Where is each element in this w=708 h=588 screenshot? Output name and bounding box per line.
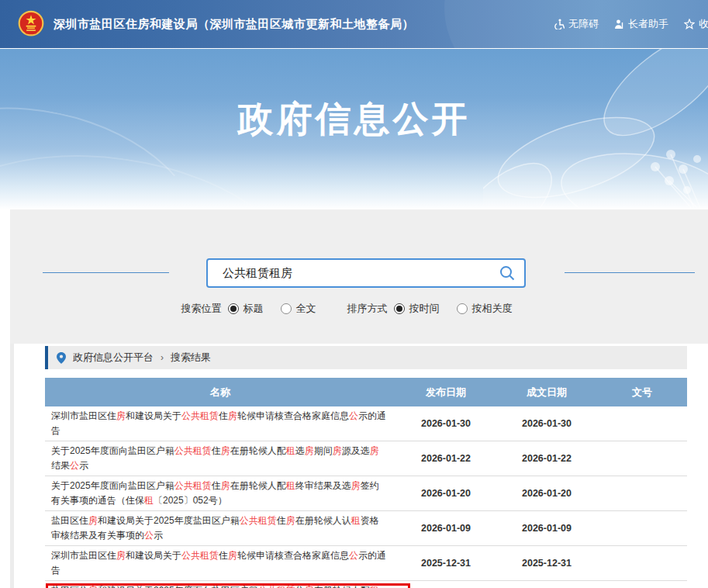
title-text: 关于2025年度面向盐田区户籍 <box>51 445 174 456</box>
keyword-highlight: 公 <box>349 410 358 421</box>
radio-unselected-icon[interactable] <box>457 303 468 314</box>
decorative-line-right <box>565 272 695 273</box>
title-text: 在册轮候人配 <box>314 585 370 588</box>
national-emblem-logo <box>17 10 45 38</box>
decorative-line-left <box>43 272 169 273</box>
page-edge-strip <box>10 344 14 588</box>
title-text: 住 <box>295 585 305 588</box>
title-text: 〔2025〕052号） <box>154 495 227 506</box>
search-box <box>206 258 526 288</box>
radio-option-label: 标题 <box>243 302 264 316</box>
top-link-label: 无障碍 <box>568 17 599 31</box>
table-row: 关于2025年度面向盐田区户籍公共租赁住房在册轮候人配租选房期间房源及选房结果公… <box>45 441 687 476</box>
result-title-link[interactable]: 盐田区住房和建设局关于2025年度面向盐田区户籍公共租赁住房在册轮候人配租的通告… <box>45 581 395 588</box>
written-date: 2026-01-09 <box>496 523 597 534</box>
title-text: 住 <box>277 515 286 526</box>
keyword-highlight: 公 <box>70 460 79 471</box>
title-text: 轮候申请核查合格家庭信息 <box>237 550 349 561</box>
result-title-link[interactable]: 关于2025年度面向盐田区户籍公共租赁住房在册轮候人配租终审结果及选房签约有关事… <box>45 476 395 510</box>
keyword-highlight: 公共租赁 <box>174 480 212 491</box>
publish-date: 2025-12-31 <box>395 558 496 569</box>
keyword-highlight: 租 <box>144 495 154 506</box>
filter-group-label: 排序方式 <box>347 302 388 316</box>
publish-date: 2026-01-30 <box>395 418 496 429</box>
keyword-highlight: 房 <box>228 550 237 561</box>
keyword-highlight: 房 <box>370 445 379 456</box>
table-header-row: 名称发布日期成文日期文号 <box>45 378 687 406</box>
top-link-收藏[interactable]: 收藏 <box>684 17 708 31</box>
page-title: 政府信息公开 <box>0 95 708 144</box>
breadcrumb: 政府信息公开平台 › 搜索结果 <box>45 346 687 369</box>
radio-option-label: 按时间 <box>409 302 440 316</box>
top-link-label: 长者助手 <box>628 17 668 31</box>
title-text: 住 <box>219 410 228 421</box>
radio-option-按时间[interactable]: 按时间 <box>394 302 440 316</box>
title-text: 盐田区住 <box>51 585 88 588</box>
radio-option-全文[interactable]: 全文 <box>281 302 316 316</box>
written-date: 2026-01-20 <box>496 488 597 499</box>
radio-option-按相关度[interactable]: 按相关度 <box>457 302 513 316</box>
radio-option-label: 全文 <box>296 302 316 316</box>
title-text: 和建设局关于 <box>126 410 181 421</box>
radio-selected-icon[interactable] <box>228 303 239 314</box>
keyword-highlight: 租 <box>370 585 379 588</box>
star-icon <box>684 19 695 29</box>
keyword-highlight: 公共租赁 <box>258 585 295 588</box>
result-title-link[interactable]: 关于2025年度面向盐田区户籍公共租赁住房在册轮候人配租选房期间房源及选房结果公… <box>45 441 395 476</box>
written-date: 2025-12-31 <box>496 558 597 569</box>
site-brand[interactable]: 深圳市盐田区住房和建设局（深圳市盐田区城市更新和土地整备局） <box>0 10 414 38</box>
title-text: 深圳市盐田区住 <box>51 410 116 421</box>
keyword-highlight: 公共租赁 <box>240 515 277 526</box>
filter-group-label: 搜索位置 <box>181 302 222 316</box>
title-text: 选 <box>295 445 305 456</box>
location-pin-icon <box>57 352 66 364</box>
table-row: 盐田区住房和建设局关于2025年度面向盐田区户籍公共租赁住房在册轮候人配租的通告… <box>45 581 687 588</box>
filter-group: 排序方式按时间按相关度 <box>347 302 523 316</box>
title-text: 源及选 <box>342 445 370 456</box>
filter-group: 搜索位置标题全文 <box>181 302 327 316</box>
breadcrumb-separator: › <box>161 352 164 363</box>
title-text: 住 <box>212 480 221 491</box>
elder-helper-icon <box>614 19 624 29</box>
result-title-link[interactable]: 盐田区住房和建设局关于2025年度盐田区户籍公共租赁住房在册轮候人认租资格审核结… <box>45 511 395 545</box>
keyword-highlight: 房 <box>286 515 295 526</box>
top-link-无障碍[interactable]: 无障碍 <box>554 17 599 31</box>
breadcrumb-platform[interactable]: 政府信息公开平台 <box>73 351 154 365</box>
title-text: 和建设局关于 <box>126 550 181 561</box>
publish-date: 2026-01-22 <box>395 453 496 464</box>
title-text: 期间 <box>314 445 333 456</box>
breadcrumb-current: 搜索结果 <box>171 351 211 365</box>
title-text: 住 <box>212 445 221 456</box>
top-link-长者助手[interactable]: 长者助手 <box>614 17 668 31</box>
title-text: 结果 <box>51 460 70 471</box>
keyword-highlight: 房 <box>88 515 98 526</box>
table-row: 深圳市盐田区住房和建设局关于公共租赁住房轮候申请核查合格家庭信息公示的通告202… <box>45 406 687 441</box>
title-text: 在册轮候人配 <box>230 480 286 491</box>
result-title-link[interactable]: 深圳市盐田区住房和建设局关于公共租赁住房轮候申请核查合格家庭信息公示的通告 <box>45 546 395 580</box>
radio-selected-icon[interactable] <box>394 303 405 314</box>
top-link-label: 收藏 <box>699 17 708 31</box>
accessibility-icon <box>554 19 565 29</box>
banner: 政府信息公开 <box>0 48 708 209</box>
table-row: 关于2025年度面向盐田区户籍公共租赁住房在册轮候人配租终审结果及选房签约有关事… <box>45 476 687 511</box>
written-date: 2026-01-22 <box>496 453 597 464</box>
keyword-highlight: 公共租赁 <box>174 445 212 456</box>
title-text: 终审结果及选 <box>295 480 351 491</box>
keyword-highlight: 房 <box>351 480 361 491</box>
radio-unselected-icon[interactable] <box>281 303 292 314</box>
title-text: 示 <box>154 530 163 541</box>
title-text: 在册轮候人配 <box>230 445 286 456</box>
radio-option-标题[interactable]: 标题 <box>228 302 264 316</box>
search-input[interactable] <box>208 267 490 280</box>
column-header: 成文日期 <box>496 378 597 406</box>
site-title[interactable]: 深圳市盐田区住房和建设局（深圳市盐田区城市更新和土地整备局） <box>54 17 414 32</box>
publish-date: 2026-01-09 <box>395 523 496 534</box>
search-button[interactable] <box>490 260 524 286</box>
keyword-highlight: 租 <box>286 480 295 491</box>
result-title-link[interactable]: 深圳市盐田区住房和建设局关于公共租赁住房轮候申请核查合格家庭信息公示的通告 <box>45 406 395 441</box>
keyword-highlight: 房 <box>221 445 230 456</box>
title-text: 在册轮候人认 <box>295 515 351 526</box>
keyword-highlight: 房 <box>116 410 126 421</box>
column-header: 发布日期 <box>395 378 496 406</box>
title-text: 示 <box>79 460 88 471</box>
